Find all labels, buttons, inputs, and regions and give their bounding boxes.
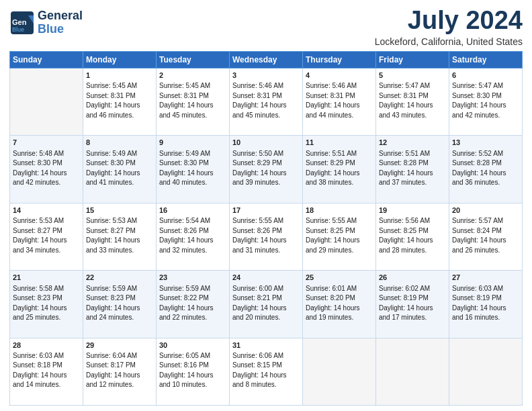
header-day-monday: Monday (83, 51, 157, 68)
day-number: 23 (159, 273, 226, 283)
page: Gen Blue General Blue July 2024 Lockefor… (0, 0, 532, 411)
cell-line: Sunset: 8:23 PM (86, 293, 153, 304)
cell-info: Sunrise: 5:51 AMSunset: 8:29 PMDaylight:… (306, 149, 373, 188)
cell-line: and 45 minutes. (232, 111, 300, 121)
day-number: 1 (86, 71, 153, 81)
cell-line: Sunrise: 5:52 AM (452, 149, 519, 159)
calendar-cell (449, 338, 523, 405)
calendar-cell: 4Sunrise: 5:46 AMSunset: 8:31 PMDaylight… (303, 68, 376, 135)
logo-text: General Blue (38, 9, 83, 36)
cell-line: Daylight: 14 hours (86, 101, 153, 111)
calendar-cell: 25Sunrise: 6:01 AMSunset: 8:20 PMDayligh… (303, 271, 376, 338)
calendar-cell: 9Sunrise: 5:49 AMSunset: 8:30 PMDaylight… (157, 136, 230, 203)
cell-line: and 42 minutes. (13, 178, 80, 188)
cell-line: Sunrise: 5:53 AM (13, 216, 80, 226)
cell-line: Sunset: 8:28 PM (452, 158, 519, 169)
calendar-cell (376, 338, 449, 405)
calendar-cell: 27Sunrise: 6:03 AMSunset: 8:19 PMDayligh… (449, 271, 523, 338)
cell-line: Daylight: 14 hours (452, 101, 519, 111)
cell-line: Sunrise: 5:54 AM (159, 216, 226, 226)
cell-line: and 37 minutes. (379, 178, 446, 188)
calendar: SundayMondayTuesdayWednesdayThursdayFrid… (9, 51, 523, 406)
cell-info: Sunrise: 5:58 AMSunset: 8:23 PMDaylight:… (13, 284, 80, 323)
cell-line: Sunrise: 5:46 AM (306, 81, 373, 91)
cell-info: Sunrise: 5:55 AMSunset: 8:25 PMDaylight:… (306, 216, 373, 255)
cell-line: and 43 minutes. (379, 111, 446, 121)
day-number: 14 (13, 205, 80, 216)
cell-line: Sunset: 8:24 PM (452, 226, 519, 236)
cell-line: Sunrise: 6:05 AM (159, 351, 226, 361)
day-number: 19 (379, 205, 446, 216)
cell-line: Daylight: 14 hours (159, 236, 226, 246)
cell-line: and 36 minutes. (452, 178, 519, 188)
day-number: 30 (159, 340, 226, 351)
cell-info: Sunrise: 5:50 AMSunset: 8:29 PMDaylight:… (232, 149, 300, 188)
cell-line: Sunset: 8:15 PM (232, 361, 300, 371)
cell-info: Sunrise: 5:53 AMSunset: 8:27 PMDaylight:… (86, 216, 153, 255)
cell-line: and 19 minutes. (306, 313, 373, 323)
day-number: 9 (159, 138, 226, 148)
day-number: 18 (306, 205, 373, 216)
cell-line: Sunset: 8:29 PM (306, 158, 373, 169)
cell-line: Daylight: 14 hours (159, 304, 226, 314)
cell-info: Sunrise: 5:49 AMSunset: 8:30 PMDaylight:… (159, 149, 226, 188)
cell-line: Daylight: 14 hours (232, 101, 300, 111)
cell-line: and 17 minutes. (379, 313, 446, 323)
day-number: 7 (13, 138, 80, 148)
cell-info: Sunrise: 6:05 AMSunset: 8:16 PMDaylight:… (159, 351, 226, 390)
calendar-cell: 10Sunrise: 5:50 AMSunset: 8:29 PMDayligh… (230, 136, 303, 203)
calendar-cell (10, 68, 83, 135)
calendar-cell: 6Sunrise: 5:47 AMSunset: 8:30 PMDaylight… (449, 68, 523, 135)
day-number: 22 (86, 273, 153, 283)
cell-info: Sunrise: 5:47 AMSunset: 8:31 PMDaylight:… (379, 81, 446, 120)
cell-info: Sunrise: 6:04 AMSunset: 8:17 PMDaylight:… (86, 351, 153, 390)
header-day-tuesday: Tuesday (157, 51, 230, 68)
cell-line: Sunrise: 5:51 AM (306, 149, 373, 159)
day-number: 27 (452, 273, 519, 283)
cell-info: Sunrise: 6:03 AMSunset: 8:19 PMDaylight:… (452, 284, 519, 323)
cell-line: Sunrise: 5:47 AM (452, 81, 519, 91)
cell-line: Sunset: 8:27 PM (13, 226, 80, 236)
cell-line: and 28 minutes. (379, 246, 446, 256)
calendar-cell: 14Sunrise: 5:53 AMSunset: 8:27 PMDayligh… (10, 203, 83, 270)
day-number: 6 (452, 71, 519, 81)
cell-line: and 29 minutes. (306, 246, 373, 256)
cell-info: Sunrise: 5:48 AMSunset: 8:30 PMDaylight:… (13, 149, 80, 188)
calendar-cell: 19Sunrise: 5:56 AMSunset: 8:25 PMDayligh… (376, 203, 449, 270)
cell-line: Daylight: 14 hours (306, 101, 373, 111)
cell-info: Sunrise: 5:59 AMSunset: 8:22 PMDaylight:… (159, 284, 226, 323)
header-day-thursday: Thursday (303, 51, 376, 68)
cell-line: Daylight: 14 hours (452, 169, 519, 179)
calendar-header: SundayMondayTuesdayWednesdayThursdayFrid… (10, 51, 523, 68)
cell-line: Sunrise: 6:06 AM (232, 351, 300, 361)
cell-line: Sunrise: 6:02 AM (379, 284, 446, 294)
cell-line: Sunrise: 5:49 AM (86, 149, 153, 159)
cell-line: Daylight: 14 hours (13, 169, 80, 179)
cell-info: Sunrise: 5:59 AMSunset: 8:23 PMDaylight:… (86, 284, 153, 323)
cell-line: Sunrise: 6:03 AM (13, 351, 80, 361)
cell-line: and 20 minutes. (232, 313, 300, 323)
cell-line: Sunset: 8:19 PM (379, 293, 446, 304)
calendar-cell: 8Sunrise: 5:49 AMSunset: 8:30 PMDaylight… (83, 136, 157, 203)
cell-info: Sunrise: 5:47 AMSunset: 8:30 PMDaylight:… (452, 81, 519, 120)
cell-line: Sunrise: 5:56 AM (379, 216, 446, 226)
cell-line: Sunrise: 5:45 AM (86, 81, 153, 91)
cell-line: Sunset: 8:30 PM (452, 91, 519, 101)
cell-line: Sunrise: 5:48 AM (13, 149, 80, 159)
cell-line: Sunrise: 5:53 AM (86, 216, 153, 226)
cell-line: Sunrise: 5:55 AM (306, 216, 373, 226)
day-number: 17 (232, 205, 300, 216)
cell-line: Sunset: 8:22 PM (159, 293, 226, 304)
cell-line: Daylight: 14 hours (159, 101, 226, 111)
cell-line: and 44 minutes. (306, 111, 373, 121)
calendar-cell: 13Sunrise: 5:52 AMSunset: 8:28 PMDayligh… (449, 136, 523, 203)
header-day-saturday: Saturday (449, 51, 523, 68)
cell-info: Sunrise: 5:57 AMSunset: 8:24 PMDaylight:… (452, 216, 519, 255)
day-number: 16 (159, 205, 226, 216)
cell-line: Sunset: 8:17 PM (86, 361, 153, 371)
cell-info: Sunrise: 5:52 AMSunset: 8:28 PMDaylight:… (452, 149, 519, 188)
cell-info: Sunrise: 5:46 AMSunset: 8:31 PMDaylight:… (306, 81, 373, 120)
cell-line: and 33 minutes. (86, 246, 153, 256)
cell-line: Daylight: 14 hours (159, 371, 226, 381)
day-number: 20 (452, 205, 519, 216)
